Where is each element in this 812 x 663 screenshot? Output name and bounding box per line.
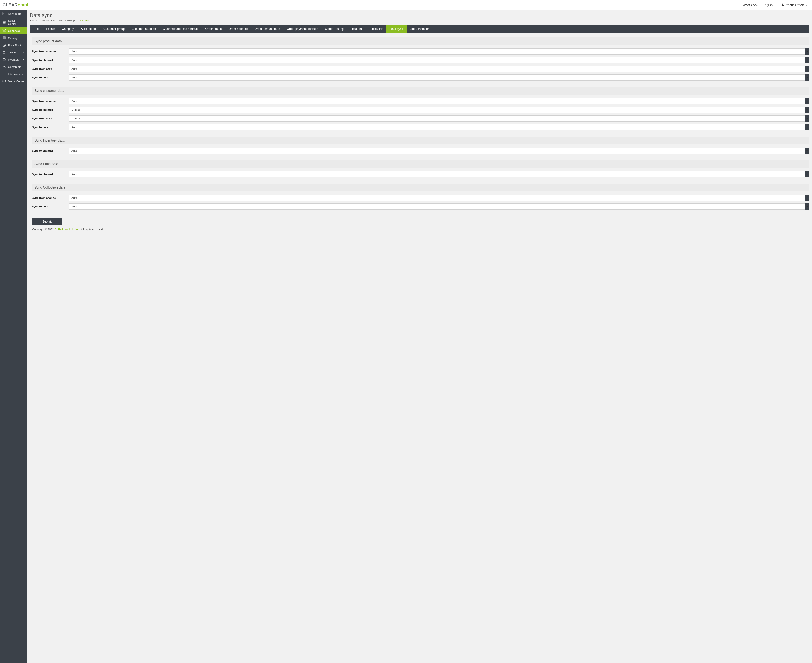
form-label: Sync to core: [32, 205, 67, 208]
chevron-right-icon: [76, 19, 78, 22]
breadcrumb-all-channels[interactable]: All Channels: [41, 19, 55, 22]
user-menu[interactable]: Charles Chan: [781, 3, 808, 7]
select-value: Manual: [69, 107, 805, 113]
sidebar-item-integrations[interactable]: Integrations: [0, 70, 27, 78]
sidebar-item-label: Orders: [8, 51, 16, 54]
select-field[interactable]: Auto: [69, 124, 809, 130]
form-label: Sync from core: [32, 117, 67, 120]
sidebar-item-label: Seller Center: [8, 19, 20, 26]
select-field[interactable]: Manual: [69, 107, 809, 113]
select-toggle[interactable]: [805, 66, 809, 72]
tab-publication[interactable]: Publication: [365, 24, 387, 33]
select-field[interactable]: Auto: [69, 204, 809, 210]
select-toggle[interactable]: [805, 171, 809, 177]
user-icon: [781, 3, 784, 7]
form-row: Sync to channel Auto: [32, 148, 809, 154]
select-field[interactable]: Auto: [69, 195, 809, 201]
sidebar-item-channels[interactable]: Channels: [0, 27, 27, 34]
form-row: Sync from channel Auto: [32, 195, 809, 201]
tab-job-scheduler[interactable]: Job Scheduler: [407, 24, 433, 33]
select-toggle[interactable]: [805, 115, 809, 121]
footer-rights: . All rights reserved.: [79, 228, 104, 231]
select-field[interactable]: Auto: [69, 57, 809, 63]
section-block: Sync customer data Sync from channel Aut…: [32, 87, 809, 130]
chevron-right-icon: [56, 19, 58, 22]
select-toggle[interactable]: [805, 124, 809, 130]
sidebar-item-label: Channels: [8, 29, 20, 32]
tab-location[interactable]: Location: [347, 24, 365, 33]
select-toggle[interactable]: [805, 49, 809, 55]
sidebar-item-seller-center[interactable]: Seller Center: [0, 18, 27, 27]
chevron-down-icon: [23, 21, 25, 24]
select-toggle[interactable]: [805, 74, 809, 81]
select-toggle[interactable]: [805, 148, 809, 154]
sidebar-item-price-book[interactable]: Price Book: [0, 42, 27, 49]
sidebar-item-label: Dashboard: [8, 12, 22, 16]
select-toggle[interactable]: [805, 57, 809, 63]
sidebar-item-catalog[interactable]: Catalog: [0, 34, 27, 42]
select-value: Auto: [69, 204, 805, 210]
chevron-right-icon: [38, 19, 39, 22]
language-selector[interactable]: English: [763, 3, 776, 7]
form-label: Sync to channel: [32, 173, 67, 176]
section-block: Sync Price data Sync to channel Auto: [32, 160, 809, 177]
tab-data-sync[interactable]: Data sync: [386, 24, 406, 33]
sidebar-item-customers[interactable]: Customers: [0, 63, 27, 70]
whats-new-link[interactable]: What's new: [743, 3, 758, 7]
main-content: Data sync Home All Channels Nestle eShop…: [27, 10, 812, 663]
section-header: Sync Inventory data: [32, 137, 809, 144]
breadcrumb: Home All Channels Nestle eShop Data sync: [30, 19, 809, 22]
sidebar-item-label: Catalog: [8, 37, 18, 40]
tab-order-attribute[interactable]: Order attribute: [225, 24, 251, 33]
tab-customer-address-attribute[interactable]: Customer address attribute: [159, 24, 202, 33]
tab-order-item-attribute[interactable]: Order item attribute: [251, 24, 284, 33]
footer-brand[interactable]: CLEARomni Limited: [55, 228, 79, 231]
select-value: Auto: [69, 171, 805, 177]
logo[interactable]: CLEARomni: [3, 3, 28, 7]
form-label: Sync from channel: [32, 100, 67, 103]
tab-locale[interactable]: Locale: [43, 24, 58, 33]
select-value: Auto: [69, 98, 805, 104]
breadcrumb-channel[interactable]: Nestle eShop: [59, 19, 75, 22]
chevron-down-icon: [23, 37, 25, 39]
select-toggle[interactable]: [805, 204, 809, 210]
tab-customer-attribute[interactable]: Customer attribute: [128, 24, 159, 33]
language-label: English: [763, 3, 773, 7]
section-block: Sync product data Sync from channel Auto…: [32, 37, 809, 81]
sidebar-item-dashboard[interactable]: Dashboard: [0, 10, 27, 18]
select-field[interactable]: Auto: [69, 49, 809, 55]
section-header: Sync product data: [32, 37, 809, 45]
select-field[interactable]: Auto: [69, 148, 809, 154]
chart-icon: [2, 12, 6, 16]
breadcrumb-home[interactable]: Home: [30, 19, 37, 22]
tab-order-payment-attribute[interactable]: Order payment attribute: [284, 24, 322, 33]
sidebar-item-inventory[interactable]: Inventory: [0, 56, 27, 63]
select-toggle[interactable]: [805, 195, 809, 201]
tab-order-status[interactable]: Order status: [202, 24, 225, 33]
form-row: Sync from channel Auto: [32, 49, 809, 55]
sidebar-item-label: Integrations: [8, 73, 23, 76]
select-value: Auto: [69, 148, 805, 154]
tab-category[interactable]: Category: [58, 24, 77, 33]
tab-attribute-set[interactable]: Attribute set: [77, 24, 100, 33]
select-field[interactable]: Manual: [69, 115, 809, 121]
tab-customer-group[interactable]: Customer group: [100, 24, 128, 33]
select-field[interactable]: Auto: [69, 74, 809, 81]
select-value: Manual: [69, 115, 805, 121]
submit-button[interactable]: Submit: [32, 218, 62, 225]
form-row: Sync to core Auto: [32, 204, 809, 210]
sidebar-item-orders[interactable]: Orders: [0, 49, 27, 56]
form-label: Sync to channel: [32, 108, 67, 112]
tab-edit[interactable]: Edit: [31, 24, 43, 33]
select-field[interactable]: Auto: [69, 171, 809, 177]
tab-order-routing[interactable]: Order Routing: [322, 24, 347, 33]
select-toggle[interactable]: [805, 98, 809, 104]
select-field[interactable]: Auto: [69, 98, 809, 104]
footer-copyright: Copyright © 2022: [32, 228, 55, 231]
select-field[interactable]: Auto: [69, 66, 809, 72]
integrations-icon: [2, 72, 6, 76]
chevron-down-icon: [774, 4, 776, 6]
media-icon: [2, 79, 6, 83]
sidebar-item-media-center[interactable]: Media Center: [0, 78, 27, 85]
select-toggle[interactable]: [805, 107, 809, 113]
